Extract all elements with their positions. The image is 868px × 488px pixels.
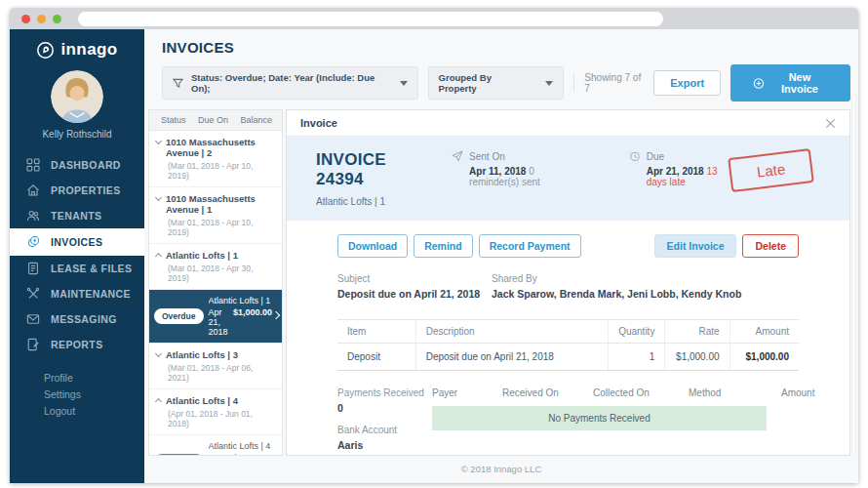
sidebar-item-label: MAINTENANCE <box>51 288 131 300</box>
group-title-text: Atlantic Lofts | 3 <box>166 349 238 360</box>
invoice-due-date: Apr 21, 2018 <box>209 307 233 337</box>
reports-icon <box>26 338 40 351</box>
payments-section: Payments Received 0 Bank Account Aaris P… <box>337 387 767 456</box>
items-column-quantity: Quantity <box>609 320 665 344</box>
download-button[interactable]: Download <box>337 234 408 258</box>
sidebar-item-tenants[interactable]: TENANTS <box>10 203 144 228</box>
edit-invoice-button[interactable]: Edit Invoice <box>654 234 737 258</box>
page-title: INVOICES <box>162 39 841 56</box>
chevron-down-icon <box>155 194 162 201</box>
filter-label: Status: Overdue; Date: Year (Include: Du… <box>191 72 376 94</box>
shared-by-label: Shared By <box>492 273 741 284</box>
bank-account-label: Bank Account <box>337 425 432 435</box>
subject-value: Deposit due on April 21, 2018 <box>337 287 492 302</box>
items-column-rate: Rate <box>665 320 730 344</box>
window-minimize-button[interactable] <box>37 15 46 23</box>
profile-link[interactable]: Profile <box>44 372 144 384</box>
avatar-photo <box>51 70 103 123</box>
sidebar-item-label: DASHBOARD <box>51 159 121 171</box>
line-item-cell: 1 <box>609 344 665 371</box>
payments-table-header: PayerReceived OnCollected OnMethodAmount <box>432 387 767 398</box>
record-payment-button[interactable]: Record Payment <box>479 234 581 258</box>
due-date: Apr 21, 2018 <box>647 166 704 177</box>
invoice-group-header[interactable]: 1010 Massachusetts Avenue | 1(Mar 01, 20… <box>149 187 282 244</box>
chevron-up-icon <box>155 398 162 405</box>
items-column-item: Item <box>337 320 415 344</box>
scrollbar[interactable] <box>851 94 856 458</box>
window-zoom-button[interactable] <box>53 15 61 23</box>
chevron-up-icon <box>155 253 162 260</box>
url-bar[interactable] <box>78 12 663 26</box>
sidebar-item-properties[interactable]: PROPERTIES <box>10 178 144 203</box>
chevron-down-icon <box>545 81 553 86</box>
export-button[interactable]: Export <box>653 70 721 96</box>
sidebar-item-reports[interactable]: REPORTS <box>10 332 144 357</box>
group-by-label: Grouped By Property <box>439 72 523 94</box>
remind-button[interactable]: Remind <box>414 234 473 258</box>
invoice-list-item[interactable]: OverdueAtlantic Lofts | 1Apr 21, 2018$1,… <box>149 290 282 344</box>
invoice-list-header: Status Due On Balance <box>149 110 282 131</box>
toolbar-divider <box>573 74 574 92</box>
chevron-right-icon <box>272 311 280 319</box>
invoice-list-item[interactable]: OverdueAtlantic Lofts | 4Apr 22, 2018$1,… <box>149 435 282 456</box>
sidebar-item-lease-files[interactable]: LEASE & FILES <box>10 256 144 281</box>
line-item-cell: $1,000.00 <box>665 344 730 371</box>
filter-dropdown[interactable]: Status: Overdue; Date: Year (Include: Du… <box>162 66 418 100</box>
avatar <box>51 70 103 123</box>
invoices-icon <box>26 235 40 249</box>
status-badge: Overdue <box>154 308 204 324</box>
column-balance: Balance <box>240 115 272 125</box>
sidebar-item-messaging[interactable]: MESSAGING <box>10 306 144 332</box>
user-name: Kelly Rothschild <box>10 129 144 140</box>
dashboard-icon <box>26 158 40 172</box>
sidebar-item-label: MESSAGING <box>51 313 117 325</box>
due-block: Due Apr 21, 2018 13 days late <box>629 150 730 187</box>
invoice-detail-panel: Invoice INVOICE 24394 Atlantic Lofts | 1 <box>286 109 850 456</box>
group-title-text: 1010 Massachusetts Avenue | 1 <box>166 193 276 215</box>
payments-column-collected-on: Collected On <box>593 387 689 398</box>
window-close-button[interactable] <box>21 15 30 23</box>
sent-on-label: Sent On <box>469 151 505 162</box>
browser-window: innago Kelly Rothschild DASHBOARDPROPERT… <box>10 8 858 483</box>
messaging-icon <box>26 312 40 326</box>
delete-button[interactable]: Delete <box>742 234 799 258</box>
invoice-group-header[interactable]: Atlantic Lofts | 3(Mar 01, 2018 - Apr 06… <box>149 344 282 389</box>
group-date-range: (Apr 01, 2018 - Jun 01, 2018) <box>168 409 276 428</box>
payments-column-method: Method <box>689 387 781 398</box>
showing-count: Showing 7 of 7 <box>584 72 644 94</box>
group-title-text: 1010 Massachusetts Avenue | 2 <box>166 137 276 158</box>
browser-chrome <box>10 8 858 29</box>
logout-link[interactable]: Logout <box>44 405 144 417</box>
invoice-name: Atlantic Lofts | 1 <box>209 296 273 305</box>
group-title-text: Atlantic Lofts | 4 <box>166 395 238 406</box>
maintenance-icon <box>26 287 40 301</box>
sidebar-item-dashboard[interactable]: DASHBOARD <box>10 152 144 178</box>
invoice-list-panel: Status Due On Balance 1010 Massachusetts… <box>148 109 283 456</box>
new-invoice-button[interactable]: New Invoice <box>730 64 850 102</box>
column-due-on: Due On <box>198 115 228 125</box>
invoice-group-header[interactable]: Atlantic Lofts | 4(Apr 01, 2018 - Jun 01… <box>149 389 282 435</box>
payments-column-amount: Amount <box>781 387 814 398</box>
payments-column-payer: Payer <box>432 387 502 398</box>
line-items-table: ItemDescriptionQuantityRateAmountDeposit… <box>337 319 799 371</box>
invoice-group-header[interactable]: 1010 Massachusetts Avenue | 2(Mar 01, 20… <box>149 131 282 187</box>
invoice-name: Atlantic Lofts | 4 <box>209 441 273 451</box>
lease-files-icon <box>26 262 40 275</box>
close-icon[interactable] <box>825 118 836 129</box>
sidebar-item-label: INVOICES <box>51 236 102 248</box>
sidebar-item-label: PROPERTIES <box>51 184 121 196</box>
due-label: Due <box>647 151 664 162</box>
settings-link[interactable]: Settings <box>44 388 144 400</box>
invoice-group-header[interactable]: Atlantic Lofts | 1(Mar 01, 2018 - Apr 30… <box>149 244 282 290</box>
sidebar-item-maintenance[interactable]: MAINTENANCE <box>10 281 144 306</box>
paper-plane-icon <box>452 150 463 162</box>
main-area: INVOICES Status: Overdue; Date: Year (In… <box>144 29 858 483</box>
invoice-balance: $1,000.00 <box>233 307 272 317</box>
column-status: Status <box>161 115 186 125</box>
alarm-clock-icon <box>629 150 641 162</box>
group-by-dropdown[interactable]: Grouped By Property <box>428 66 565 100</box>
footer-copyright: © 2018 Innago LLC <box>144 456 858 483</box>
shared-by-value: Jack Sparow, Brenda Mark, Jeni Lobb, Ken… <box>492 287 741 302</box>
sidebar-item-invoices[interactable]: INVOICES <box>10 228 144 256</box>
bank-account-name: Aaris <box>337 438 432 453</box>
